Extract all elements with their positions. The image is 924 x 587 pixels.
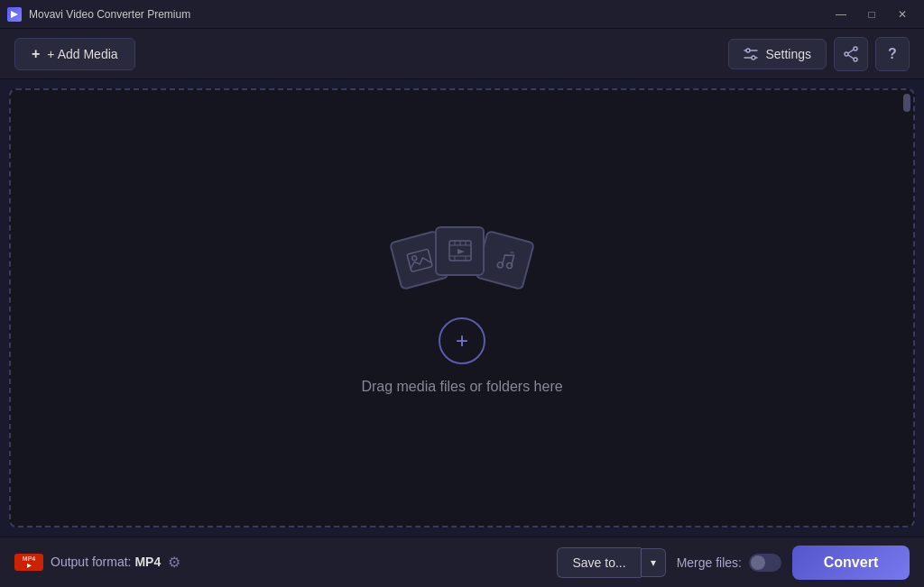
- drop-text: Drag media files or folders here: [361, 379, 562, 395]
- svg-point-11: [411, 254, 417, 260]
- output-format-label: Output format: MP4: [51, 555, 161, 569]
- add-circle-icon: +: [456, 328, 468, 353]
- format-badge: MP4 ▶: [14, 554, 43, 572]
- bottom-right-controls: Save to... ▾ Merge files: Convert: [557, 546, 910, 580]
- svg-point-4: [752, 56, 755, 60]
- svg-point-6: [854, 58, 857, 61]
- minimize-button[interactable]: —: [827, 0, 855, 29]
- maximize-button[interactable]: □: [857, 0, 886, 29]
- toolbar-right: Settings ?: [728, 37, 910, 71]
- output-format-value: MP4: [134, 555, 161, 569]
- svg-line-9: [848, 55, 854, 59]
- svg-marker-20: [457, 249, 465, 254]
- merge-files-toggle[interactable]: [749, 554, 781, 572]
- add-media-label: + Add Media: [47, 47, 117, 61]
- bottom-bar: MP4 ▶ Output format: MP4 ⚙ Save to... ▾ …: [0, 537, 924, 587]
- plus-icon: +: [32, 46, 40, 62]
- media-icons: [394, 222, 530, 303]
- help-button[interactable]: ?: [875, 37, 910, 71]
- video-card-icon: [435, 226, 485, 276]
- app-title: Movavi Video Converter Premium: [29, 8, 190, 21]
- svg-line-8: [848, 50, 854, 53]
- format-settings-icon[interactable]: ⚙: [168, 554, 180, 571]
- save-to-group: Save to... ▾: [557, 547, 665, 578]
- convert-button[interactable]: Convert: [792, 546, 910, 580]
- svg-point-2: [746, 49, 750, 52]
- output-format-prefix: Output format:: [51, 555, 131, 569]
- svg-point-5: [854, 47, 857, 50]
- settings-button[interactable]: Settings: [728, 39, 827, 69]
- save-to-button[interactable]: Save to...: [557, 547, 640, 578]
- help-icon: ?: [888, 46, 897, 62]
- scrollbar[interactable]: [901, 88, 913, 518]
- badge-top-text: MP4: [18, 555, 40, 563]
- close-button[interactable]: ✕: [888, 0, 917, 29]
- sliders-icon: [744, 48, 758, 60]
- toggle-knob: [751, 555, 765, 570]
- drop-area[interactable]: + Drag media files or folders here: [9, 88, 915, 527]
- merge-files-section: Merge files:: [677, 554, 781, 572]
- svg-marker-0: [11, 11, 18, 18]
- settings-label: Settings: [765, 47, 811, 61]
- app-icon: [7, 7, 22, 22]
- badge-sub-text: ▶: [18, 563, 40, 569]
- svg-point-7: [845, 52, 848, 56]
- toolbar: + + Add Media Settings ?: [0, 29, 924, 79]
- scroll-thumb[interactable]: [903, 94, 910, 112]
- save-to-dropdown-button[interactable]: ▾: [641, 548, 666, 577]
- output-format-section: MP4 ▶ Output format: MP4 ⚙: [14, 554, 180, 572]
- title-bar-left: Movavi Video Converter Premium: [7, 7, 190, 22]
- share-icon: [843, 46, 859, 62]
- title-bar: Movavi Video Converter Premium — □ ✕: [0, 0, 924, 29]
- add-media-button[interactable]: + + Add Media: [14, 38, 135, 70]
- merge-files-label: Merge files:: [677, 555, 742, 570]
- add-files-circle-button[interactable]: +: [439, 317, 485, 364]
- share-button[interactable]: [834, 37, 868, 71]
- window-controls: — □ ✕: [827, 0, 917, 29]
